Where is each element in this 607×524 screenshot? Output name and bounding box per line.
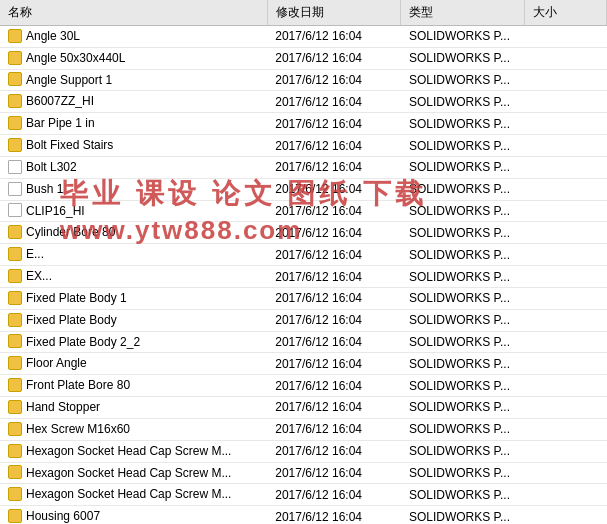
header-date[interactable]: 修改日期 bbox=[267, 0, 401, 26]
file-date: 2017/6/12 16:04 bbox=[267, 418, 401, 440]
table-row[interactable]: Fixed Plate Body2017/6/12 16:04SOLIDWORK… bbox=[0, 309, 607, 331]
table-row[interactable]: Hand Stopper2017/6/12 16:04SOLIDWORKS P.… bbox=[0, 397, 607, 419]
file-name-text: Fixed Plate Body bbox=[26, 313, 117, 327]
file-name-text: Floor Angle bbox=[26, 356, 87, 370]
table-row[interactable]: CLIP16_HI2017/6/12 16:04SOLIDWORKS P... bbox=[0, 200, 607, 222]
file-name-cell: Angle 50x30x440L bbox=[0, 47, 267, 69]
file-type: SOLIDWORKS P... bbox=[401, 47, 524, 69]
table-row[interactable]: Bolt Fixed Stairs2017/6/12 16:04SOLIDWOR… bbox=[0, 135, 607, 157]
table-row[interactable]: Hexagon Socket Head Cap Screw M...2017/6… bbox=[0, 484, 607, 506]
file-name-cell: Angle 30L bbox=[0, 26, 267, 48]
table-row[interactable]: Hexagon Socket Head Cap Screw M...2017/6… bbox=[0, 462, 607, 484]
file-name-text: Hexagon Socket Head Cap Screw M... bbox=[26, 444, 231, 458]
file-date: 2017/6/12 16:04 bbox=[267, 462, 401, 484]
table-row[interactable]: Hex Screw M16x602017/6/12 16:04SOLIDWORK… bbox=[0, 418, 607, 440]
file-type: SOLIDWORKS P... bbox=[401, 244, 524, 266]
file-size bbox=[524, 69, 606, 91]
table-row[interactable]: Bush 12017/6/12 16:04SOLIDWORKS P... bbox=[0, 178, 607, 200]
table-row[interactable]: Floor Angle2017/6/12 16:04SOLIDWORKS P..… bbox=[0, 353, 607, 375]
file-type: SOLIDWORKS P... bbox=[401, 397, 524, 419]
file-size bbox=[524, 113, 606, 135]
file-name-cell: Bush 1 bbox=[0, 178, 267, 200]
table-row[interactable]: EX...2017/6/12 16:04SOLIDWORKS P... bbox=[0, 266, 607, 288]
table-row[interactable]: Front Plate Bore 802017/6/12 16:04SOLIDW… bbox=[0, 375, 607, 397]
file-date: 2017/6/12 16:04 bbox=[267, 440, 401, 462]
table-header: 名称 修改日期 类型 大小 bbox=[0, 0, 607, 26]
yellow-file-icon bbox=[8, 116, 22, 130]
yellow-file-icon bbox=[8, 138, 22, 152]
file-name-cell: Hexagon Socket Head Cap Screw M... bbox=[0, 462, 267, 484]
file-type: SOLIDWORKS P... bbox=[401, 309, 524, 331]
yellow-file-icon bbox=[8, 422, 22, 436]
table-wrapper[interactable]: 名称 修改日期 类型 大小 Angle 30L2017/6/12 16:04SO… bbox=[0, 0, 607, 524]
file-date: 2017/6/12 16:04 bbox=[267, 91, 401, 113]
file-size bbox=[524, 331, 606, 353]
table-row[interactable]: Housing 60072017/6/12 16:04SOLIDWORKS P.… bbox=[0, 506, 607, 524]
table-row[interactable]: Bolt L3022017/6/12 16:04SOLIDWORKS P... bbox=[0, 156, 607, 178]
file-size bbox=[524, 222, 606, 244]
table-row[interactable]: Angle Support 12017/6/12 16:04SOLIDWORKS… bbox=[0, 69, 607, 91]
file-name-text: Hex Screw M16x60 bbox=[26, 422, 130, 436]
table-row[interactable]: Cylinder Bore 802017/6/12 16:04SOLIDWORK… bbox=[0, 222, 607, 244]
file-name-cell: Bolt Fixed Stairs bbox=[0, 135, 267, 157]
file-name-text: Fixed Plate Body 2_2 bbox=[26, 335, 140, 349]
file-name-cell: Cylinder Bore 80 bbox=[0, 222, 267, 244]
table-row[interactable]: Angle 50x30x440L2017/6/12 16:04SOLIDWORK… bbox=[0, 47, 607, 69]
table-row[interactable]: B6007ZZ_HI2017/6/12 16:04SOLIDWORKS P... bbox=[0, 91, 607, 113]
file-type: SOLIDWORKS P... bbox=[401, 69, 524, 91]
file-date: 2017/6/12 16:04 bbox=[267, 506, 401, 524]
table-row[interactable]: Hexagon Socket Head Cap Screw M...2017/6… bbox=[0, 440, 607, 462]
file-name-cell: Fixed Plate Body 2_2 bbox=[0, 331, 267, 353]
file-type: SOLIDWORKS P... bbox=[401, 287, 524, 309]
file-size bbox=[524, 484, 606, 506]
file-date: 2017/6/12 16:04 bbox=[267, 309, 401, 331]
file-date: 2017/6/12 16:04 bbox=[267, 135, 401, 157]
file-name-cell: Angle Support 1 bbox=[0, 69, 267, 91]
file-size bbox=[524, 375, 606, 397]
file-type: SOLIDWORKS P... bbox=[401, 506, 524, 524]
header-type[interactable]: 类型 bbox=[401, 0, 524, 26]
file-date: 2017/6/12 16:04 bbox=[267, 69, 401, 91]
file-type: SOLIDWORKS P... bbox=[401, 266, 524, 288]
file-name-text: Cylinder Bore 80 bbox=[26, 225, 115, 239]
file-type: SOLIDWORKS P... bbox=[401, 222, 524, 244]
header-name[interactable]: 名称 bbox=[0, 0, 267, 26]
file-type: SOLIDWORKS P... bbox=[401, 200, 524, 222]
yellow-file-icon bbox=[8, 509, 22, 523]
file-name-text: Fixed Plate Body 1 bbox=[26, 291, 127, 305]
yellow-file-icon bbox=[8, 29, 22, 43]
file-name-cell: Fixed Plate Body 1 bbox=[0, 287, 267, 309]
file-type: SOLIDWORKS P... bbox=[401, 462, 524, 484]
file-explorer: 名称 修改日期 类型 大小 Angle 30L2017/6/12 16:04SO… bbox=[0, 0, 607, 524]
file-size bbox=[524, 397, 606, 419]
file-name-text: Bar Pipe 1 in bbox=[26, 116, 95, 130]
table-row[interactable]: Fixed Plate Body 2_22017/6/12 16:04SOLID… bbox=[0, 331, 607, 353]
table-row[interactable]: Angle 30L2017/6/12 16:04SOLIDWORKS P... bbox=[0, 26, 607, 48]
file-size bbox=[524, 506, 606, 524]
file-name-text: Angle Support 1 bbox=[26, 73, 112, 87]
file-list: Angle 30L2017/6/12 16:04SOLIDWORKS P...A… bbox=[0, 26, 607, 525]
file-type: SOLIDWORKS P... bbox=[401, 113, 524, 135]
file-name-cell: Floor Angle bbox=[0, 353, 267, 375]
file-date: 2017/6/12 16:04 bbox=[267, 266, 401, 288]
file-date: 2017/6/12 16:04 bbox=[267, 113, 401, 135]
yellow-file-icon bbox=[8, 487, 22, 501]
file-date: 2017/6/12 16:04 bbox=[267, 47, 401, 69]
file-size bbox=[524, 462, 606, 484]
table-row[interactable]: Bar Pipe 1 in2017/6/12 16:04SOLIDWORKS P… bbox=[0, 113, 607, 135]
file-size bbox=[524, 156, 606, 178]
file-name-text: Housing 6007 bbox=[26, 509, 100, 523]
table-row[interactable]: Fixed Plate Body 12017/6/12 16:04SOLIDWO… bbox=[0, 287, 607, 309]
file-name-cell: Bar Pipe 1 in bbox=[0, 113, 267, 135]
file-size bbox=[524, 353, 606, 375]
yellow-file-icon bbox=[8, 334, 22, 348]
yellow-file-icon bbox=[8, 51, 22, 65]
file-size bbox=[524, 91, 606, 113]
table-row[interactable]: E...2017/6/12 16:04SOLIDWORKS P... bbox=[0, 244, 607, 266]
header-extra[interactable]: 大小 bbox=[524, 0, 606, 26]
file-size bbox=[524, 244, 606, 266]
file-date: 2017/6/12 16:04 bbox=[267, 375, 401, 397]
yellow-file-icon bbox=[8, 313, 22, 327]
file-date: 2017/6/12 16:04 bbox=[267, 26, 401, 48]
file-size bbox=[524, 135, 606, 157]
